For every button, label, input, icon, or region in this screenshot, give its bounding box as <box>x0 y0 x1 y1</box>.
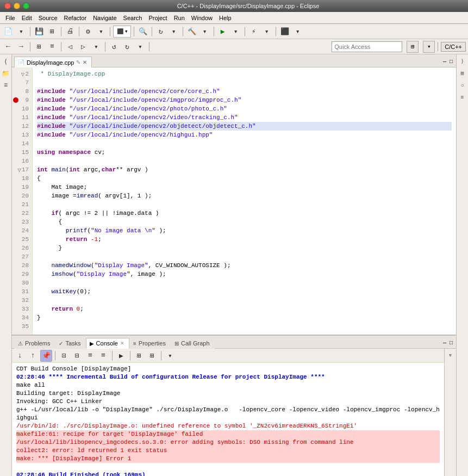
quick-access-input[interactable] <box>334 44 400 50</box>
tab-console[interactable]: ▶ Console ✕ <box>86 338 129 349</box>
line-num-18: 18 <box>12 174 32 183</box>
open-console-button[interactable]: ▶ <box>115 350 127 362</box>
build-dropdown[interactable]: ▾ <box>199 26 211 38</box>
menu-refactor[interactable]: Refactor <box>61 14 90 22</box>
cpp-perspective-label[interactable]: C/C++ <box>441 42 466 52</box>
debug-button[interactable]: ▶ <box>217 26 229 38</box>
refresh-dropdown[interactable]: ▾ <box>168 26 180 38</box>
editor-tab-bar: 📄 DisplayImage.cpp ✎ ✕ — □ <box>12 54 456 67</box>
toolbar-2: ← → ⊞ ≡ ◁ ▷ ▾ ↺ ↻ ▾ ⊞ ▾ C/C++ <box>0 39 468 54</box>
console-options-button[interactable]: ▾ <box>164 350 176 362</box>
menu-project[interactable]: Project <box>145 14 170 22</box>
search-button[interactable]: 🔍 <box>137 26 149 38</box>
bottom-minimize-button[interactable]: — <box>442 339 447 347</box>
menu-window[interactable]: Window <box>188 14 216 22</box>
build-type-dropdown[interactable]: ⬛ ▾ <box>113 26 131 38</box>
code-line-21 <box>37 200 452 209</box>
settings-dropdown[interactable]: ▾ <box>95 26 107 38</box>
nav1-button[interactable]: ⊞ <box>33 41 45 53</box>
save-button[interactable]: 💾 <box>33 26 45 38</box>
window-controls[interactable] <box>4 3 29 9</box>
scroll-up-button[interactable]: ↑ <box>27 350 39 362</box>
tab-close-button[interactable]: ✕ <box>83 59 87 65</box>
restore-right-icon[interactable]: ⟩ <box>458 57 467 66</box>
menu-navigate[interactable]: Navigate <box>90 14 120 22</box>
display-selected-button[interactable]: ⊞ <box>146 350 158 362</box>
line-num-15: 15 <box>12 148 32 157</box>
console-line-10 <box>16 463 440 471</box>
nav2-button[interactable]: ≡ <box>46 41 58 53</box>
undo-button[interactable]: ↺ <box>108 41 120 53</box>
navigator-icon[interactable]: 📁 <box>1 69 11 78</box>
close-button[interactable] <box>4 3 11 9</box>
save-all-button[interactable]: ⊞ <box>46 26 58 38</box>
print-button[interactable]: 🖨 <box>64 26 76 38</box>
redo-dropdown[interactable]: ▾ <box>134 41 146 53</box>
refresh-button[interactable]: ↻ <box>155 26 167 38</box>
perspective-dropdown[interactable]: ▾ <box>423 41 435 53</box>
code-area[interactable]: * DisplayImage.cpp #include "/usr/local/… <box>33 67 456 335</box>
menu-search[interactable]: Search <box>120 14 146 22</box>
debug-dropdown[interactable]: ▾ <box>230 26 242 38</box>
center-area: 📄 DisplayImage.cpp ✎ ✕ — □ ▽ 2 7 <box>12 54 456 476</box>
bottom-maximize-button[interactable]: □ <box>448 339 454 347</box>
pin-console-button[interactable]: 📌 <box>40 350 52 362</box>
new-dropdown[interactable]: ▾ <box>15 26 27 38</box>
outline-icon[interactable]: ≡ <box>1 81 11 90</box>
line-num-26: 26 <box>12 244 32 252</box>
tab-tasks-label: Tasks <box>65 340 80 347</box>
open-perspective-button[interactable]: ⊞ <box>407 41 419 53</box>
editor-tab-displayimage[interactable]: 📄 DisplayImage.cpp ✎ ✕ <box>14 57 92 67</box>
new-console-button[interactable]: ⊞ <box>133 350 145 362</box>
tab-tasks[interactable]: ✓ Tasks <box>55 338 85 349</box>
outline-right-icon[interactable]: ○ <box>458 81 467 90</box>
line-num-9: 9 <box>12 96 32 104</box>
console-line-7: /usr/local/lib/libopencv_imgcodecs.so.3.… <box>16 438 440 447</box>
code-line-26: } <box>37 244 452 252</box>
tab-callgraph[interactable]: ⊞ Call Graph <box>171 338 215 349</box>
copy-button[interactable]: ≡ <box>84 350 96 362</box>
next-edit-dropdown[interactable]: ▾ <box>90 41 102 53</box>
run-dropdown[interactable]: ▾ <box>261 26 273 38</box>
minimize-button[interactable] <box>14 3 20 9</box>
code-line-15: using namespace cv; <box>37 148 452 157</box>
stop-button[interactable]: ⬛ <box>279 26 291 38</box>
build-button[interactable]: 🔨 <box>186 26 198 38</box>
tab-console-close[interactable]: ✕ <box>120 341 124 346</box>
new-button[interactable]: 📄 <box>2 26 14 38</box>
restore-icon[interactable]: ⟨ <box>1 57 11 66</box>
stop-dropdown[interactable]: ▾ <box>292 26 304 38</box>
breakpoint-marker[interactable] <box>13 97 18 103</box>
menu-edit[interactable]: Edit <box>18 14 35 22</box>
menu-source[interactable]: Source <box>35 14 61 22</box>
bottom-scroll-icon[interactable]: ▼ <box>446 351 455 361</box>
clear-console-button[interactable]: ⊡ <box>58 350 70 362</box>
line-num-35: 35 <box>12 322 32 331</box>
copy-all-button[interactable]: ≡ <box>97 350 109 362</box>
view-menu-icon[interactable]: ⊞ <box>458 69 467 78</box>
clear-all-button[interactable]: ⊟ <box>71 350 83 362</box>
sep-c4 <box>161 351 161 361</box>
maximize-button[interactable] <box>23 3 29 9</box>
scroll-down-button[interactable]: ↓ <box>14 350 26 362</box>
prev-edit-button[interactable]: ◁ <box>64 41 76 53</box>
quick-access-box[interactable] <box>332 41 402 52</box>
props-right-icon[interactable]: ≡ <box>458 92 467 102</box>
editor-minimize-button[interactable]: — <box>442 58 447 66</box>
fwd-button[interactable]: → <box>15 41 27 53</box>
editor-maximize-button[interactable]: □ <box>448 58 454 66</box>
bottom-tab-controls: — □ <box>442 339 456 348</box>
redo-button[interactable]: ↻ <box>121 41 133 53</box>
line-num-20: 20 <box>12 191 32 200</box>
menu-file[interactable]: File <box>2 14 18 22</box>
next-edit-button[interactable]: ▷ <box>77 41 89 53</box>
run-last-button[interactable]: ⚡ <box>248 26 260 38</box>
menu-help[interactable]: Help <box>216 14 235 22</box>
left-sidebar: ⟨ 📁 ≡ <box>0 54 12 476</box>
menu-run[interactable]: Run <box>171 14 188 22</box>
tab-properties[interactable]: ≡ Properties <box>129 338 171 349</box>
back-button[interactable]: ← <box>2 41 14 53</box>
settings-button[interactable]: ⚙ <box>82 26 94 38</box>
tab-problems[interactable]: ⚠ Problems <box>14 338 55 349</box>
console-line-1: make all <box>16 381 440 390</box>
